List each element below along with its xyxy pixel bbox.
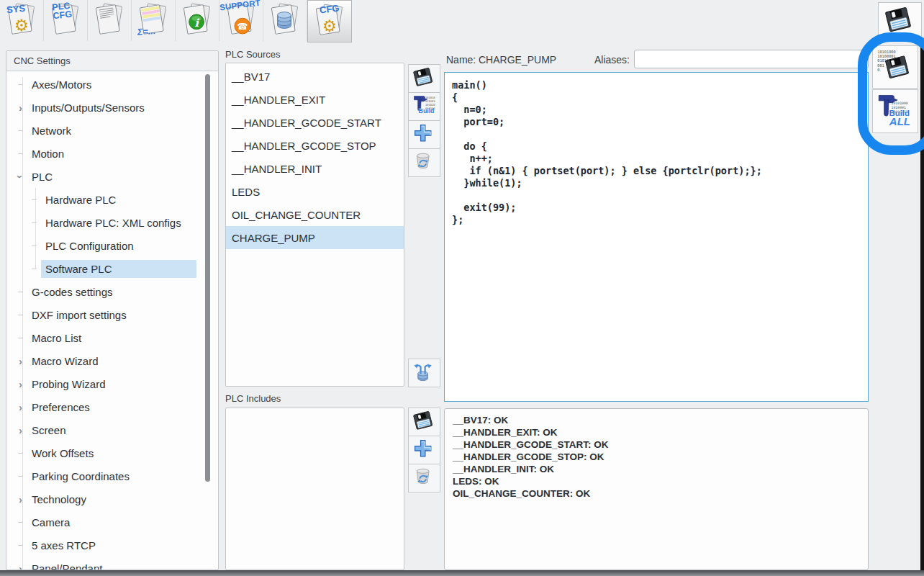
floppy-save-icon	[411, 66, 438, 91]
sidebar-item-screen[interactable]: ›Screen	[6, 418, 218, 441]
plc-source-bv17[interactable]: __BV17	[226, 65, 404, 88]
chevron-collapsed-icon[interactable]: ›	[14, 424, 27, 436]
sidebar-item-parking-coordinates[interactable]: Parking Coordinates	[6, 464, 218, 487]
include-save-button[interactable]	[408, 408, 440, 436]
sidebar-item-label: Screen	[27, 421, 196, 439]
tree-branch-tick	[14, 153, 27, 154]
sidebar-item-label: Panel/Pendant	[27, 559, 196, 570]
trash-icon	[411, 150, 438, 176]
sidebar-item-probing-wizard[interactable]: ›Probing Wizard	[6, 372, 218, 395]
tree-branch-tick	[27, 269, 41, 269]
tree-branch-tick	[14, 292, 27, 292]
plc-source-handler-gcode-start[interactable]: __HANDLER_GCODE_START	[226, 111, 404, 134]
plc-source-oil-change-counter[interactable]: OIL_CHANGE_COUNTER	[226, 203, 404, 226]
sidebar-item-software-plc[interactable]: Software PLC	[6, 257, 218, 280]
plc-source-handler-init[interactable]: __HANDLER_INIT	[226, 157, 404, 180]
build-all-hammer-icon: 10101000101000101000111 Build ALL	[873, 91, 918, 132]
tree-branch-tick	[14, 84, 27, 85]
chevron-collapsed-icon[interactable]: ›	[14, 378, 27, 390]
source-delete-button[interactable]	[408, 148, 440, 177]
plc-source-handler-gcode-stop[interactable]: __HANDLER_GCODE_STOP	[226, 134, 404, 157]
include-delete-button[interactable]	[408, 464, 440, 492]
source-export-button[interactable]	[408, 359, 440, 387]
plc-code-text: main() { n=0; port=0; do { n++; if (n&1)…	[452, 79, 862, 226]
plus-icon	[411, 437, 438, 463]
chevron-collapsed-icon[interactable]: ›	[14, 493, 27, 505]
build-hammer-icon: 1010101010101010101010101010 Build	[410, 93, 439, 120]
chevron-collapsed-icon[interactable]: ›	[14, 355, 27, 367]
sidebar-item-macro-list[interactable]: Macro List	[6, 326, 218, 349]
sidebar-item-dxf-import-settings[interactable]: DXF import settings	[6, 303, 218, 326]
plc-source-charge-pump[interactable]: CHARGE_PUMP	[226, 226, 404, 249]
sidebar-item-axes-motors[interactable]: Axes/Motors	[6, 73, 218, 96]
plc-sources-title: PLC Sources	[225, 49, 281, 60]
sidebar-item-label: Software PLC	[41, 260, 196, 278]
svg-text:ALL: ALL	[889, 115, 910, 127]
sidebar-item-label: Preferences	[27, 398, 196, 416]
tree-branch-tick	[14, 476, 27, 477]
toolbar-button-info[interactable]: i	[176, 0, 219, 41]
chevron-collapsed-icon[interactable]: ›	[14, 562, 27, 570]
text-document-icon	[89, 1, 130, 40]
sys-document-gear-icon: ⚙	[1, 1, 42, 40]
sidebar-item-inputs-outputs-sensors[interactable]: ›Inputs/Outputs/Sensors	[6, 96, 218, 119]
tree-branch-tick	[27, 246, 41, 246]
database-export-icon	[410, 359, 439, 387]
sidebar-item-g-codes-settings[interactable]: G-codes settings	[6, 280, 218, 303]
cfg-document-gear-icon: ⚙	[309, 2, 350, 40]
sidebar-item-hardware-plc-xml-configs[interactable]: Hardware PLC: XML configs	[6, 211, 218, 234]
svg-text:⚙: ⚙	[322, 17, 337, 35]
plc-source-leds[interactable]: LEDS	[226, 180, 404, 203]
sidebar-item-plc[interactable]: ›PLC	[6, 165, 218, 188]
sidebar-item-label: Macro Wizard	[27, 352, 196, 370]
toolbar-button-plc-cfg[interactable]: PLC CFG	[44, 0, 88, 41]
application-window: ⚙ SYS PLC CFG Σ=... i ☎ SUPPORT	[0, 0, 924, 576]
sidebar-item-label: DXF import settings	[27, 306, 196, 324]
sidebar-item-network[interactable]: Network	[6, 119, 218, 142]
sidebar-item-macro-wizard[interactable]: ›Macro Wizard	[6, 349, 218, 372]
sidebar-item-panel-pendant[interactable]: ›Panel/Pendant	[6, 557, 218, 570]
chevron-collapsed-icon[interactable]: ›	[14, 102, 27, 114]
plc-source-handler-exit[interactable]: __HANDLER_EXIT	[226, 88, 404, 111]
sidebar-item-label: Camera	[27, 513, 196, 531]
plc-includes-list	[225, 408, 404, 570]
floppy-save-icon	[411, 409, 438, 435]
sidebar-item-preferences[interactable]: ›Preferences	[6, 395, 218, 418]
toolbar-button-sys[interactable]: ⚙ SYS	[0, 0, 44, 41]
toolbar-button-macro[interactable]: Σ=...	[132, 0, 176, 41]
sidebar-item-camera[interactable]: Camera	[6, 510, 218, 534]
tree-branch-tick	[14, 130, 27, 131]
toolbar-button-database[interactable]	[263, 0, 307, 41]
sidebar-item-label: Technology	[27, 490, 196, 508]
build-all-button[interactable]: 10101000101000101000111 Build ALL	[872, 89, 918, 133]
toolbar-button-log[interactable]	[88, 0, 132, 41]
include-add-button[interactable]	[408, 436, 440, 464]
aliases-input[interactable]	[634, 50, 869, 68]
sidebar-item-label: Motion	[27, 145, 196, 163]
toolbar-button-support[interactable]: ☎ SUPPORT	[219, 0, 263, 41]
save-binary-button[interactable]: 10101000101000010101100010	[872, 45, 918, 89]
sidebar-item-technology[interactable]: ›Technology	[6, 487, 218, 510]
source-save-button[interactable]	[408, 64, 440, 93]
sidebar-item-label: PLC Configuration	[41, 237, 196, 255]
source-build-button[interactable]: 1010101010101010101010101010 Build	[408, 92, 440, 121]
sidebar-item-5-axes-rtcp[interactable]: 5 axes RTCP	[6, 534, 218, 557]
svg-text:⚙: ⚙	[14, 16, 29, 35]
save-all-button[interactable]	[878, 2, 922, 41]
source-add-button[interactable]	[408, 120, 440, 149]
sidebar-item-work-offsets[interactable]: Work Offsets	[6, 441, 218, 464]
sidebar-item-hardware-plc[interactable]: Hardware PLC	[6, 188, 218, 211]
sidebar-item-motion[interactable]: Motion	[6, 142, 218, 165]
sidebar-scrollbar[interactable]	[205, 74, 210, 482]
toolbar-button-cfg[interactable]: ⚙ CFG	[307, 0, 352, 42]
sidebar-item-label: Inputs/Outputs/Sensors	[27, 99, 196, 117]
sidebar-item-plc-configuration[interactable]: PLC Configuration	[6, 234, 218, 257]
window-right-edge	[920, 42, 924, 576]
tree-branch-tick	[14, 315, 27, 315]
chevron-collapsed-icon[interactable]: ›	[14, 401, 27, 413]
info-document-icon: i	[177, 1, 217, 40]
chevron-expanded-icon[interactable]: ›	[14, 170, 27, 184]
tree-branch-tick	[14, 453, 27, 454]
sidebar-item-label: Axes/Motors	[27, 76, 196, 94]
plc-code-editor[interactable]: main() { n=0; port=0; do { n++; if (n&1)…	[444, 72, 869, 402]
